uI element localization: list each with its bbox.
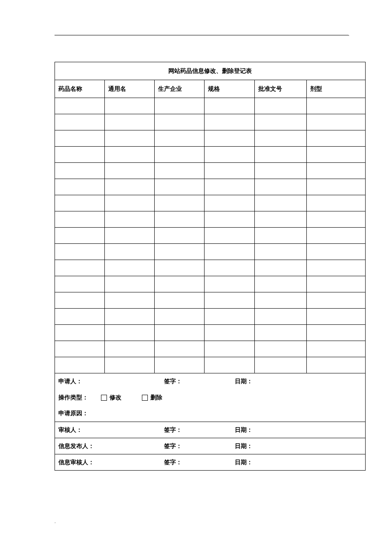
cell[interactable] — [255, 276, 307, 292]
cell[interactable] — [104, 211, 154, 228]
cell[interactable] — [255, 325, 307, 341]
cell[interactable] — [104, 228, 154, 244]
cell[interactable] — [55, 292, 105, 309]
checkbox-delete[interactable]: 删除 — [142, 394, 162, 402]
cell[interactable] — [55, 244, 105, 260]
cell[interactable] — [255, 195, 307, 211]
cell[interactable] — [55, 357, 105, 373]
cell[interactable] — [307, 292, 366, 309]
cell[interactable] — [154, 228, 205, 244]
cell[interactable] — [205, 211, 255, 228]
cell[interactable] — [154, 341, 205, 357]
cell[interactable] — [307, 195, 366, 211]
cell[interactable] — [307, 211, 366, 228]
cell[interactable] — [307, 276, 366, 292]
cell[interactable] — [104, 98, 154, 114]
cell[interactable] — [154, 130, 205, 147]
cell[interactable] — [154, 325, 205, 341]
cell[interactable] — [104, 130, 154, 147]
cell[interactable] — [307, 114, 366, 130]
cell[interactable] — [104, 179, 154, 195]
cell[interactable] — [255, 309, 307, 325]
cell[interactable] — [205, 341, 255, 357]
cell[interactable] — [205, 292, 255, 309]
cell[interactable] — [55, 147, 105, 163]
cell[interactable] — [55, 260, 105, 276]
cell[interactable] — [255, 211, 307, 228]
cell[interactable] — [55, 130, 105, 147]
cell[interactable] — [205, 309, 255, 325]
cell[interactable] — [307, 179, 366, 195]
cell[interactable] — [154, 98, 205, 114]
cell[interactable] — [255, 114, 307, 130]
cell[interactable] — [205, 147, 255, 163]
cell[interactable] — [104, 114, 154, 130]
cell[interactable] — [307, 163, 366, 179]
cell[interactable] — [154, 163, 205, 179]
cell[interactable] — [104, 309, 154, 325]
cell[interactable] — [154, 244, 205, 260]
cell[interactable] — [205, 357, 255, 373]
cell[interactable] — [205, 325, 255, 341]
cell[interactable] — [205, 98, 255, 114]
cell[interactable] — [307, 325, 366, 341]
cell[interactable] — [154, 179, 205, 195]
cell[interactable] — [255, 260, 307, 276]
cell[interactable] — [104, 195, 154, 211]
cell[interactable] — [55, 163, 105, 179]
cell[interactable] — [255, 179, 307, 195]
cell[interactable] — [154, 292, 205, 309]
checkbox-modify[interactable]: 修改 — [101, 394, 121, 402]
cell[interactable] — [55, 179, 105, 195]
cell[interactable] — [154, 260, 205, 276]
cell[interactable] — [154, 195, 205, 211]
cell[interactable] — [104, 357, 154, 373]
cell[interactable] — [307, 244, 366, 260]
cell[interactable] — [205, 260, 255, 276]
cell[interactable] — [154, 276, 205, 292]
cell[interactable] — [154, 211, 205, 228]
cell[interactable] — [255, 163, 307, 179]
cell[interactable] — [205, 244, 255, 260]
cell[interactable] — [205, 114, 255, 130]
cell[interactable] — [255, 244, 307, 260]
cell[interactable] — [205, 179, 255, 195]
cell[interactable] — [255, 292, 307, 309]
cell[interactable] — [255, 357, 307, 373]
cell[interactable] — [307, 98, 366, 114]
cell[interactable] — [55, 341, 105, 357]
cell[interactable] — [104, 147, 154, 163]
cell[interactable] — [307, 341, 366, 357]
cell[interactable] — [205, 228, 255, 244]
cell[interactable] — [154, 357, 205, 373]
cell[interactable] — [55, 309, 105, 325]
cell[interactable] — [104, 163, 154, 179]
cell[interactable] — [307, 309, 366, 325]
cell[interactable] — [104, 292, 154, 309]
cell[interactable] — [55, 325, 105, 341]
cell[interactable] — [154, 147, 205, 163]
cell[interactable] — [104, 276, 154, 292]
cell[interactable] — [154, 309, 205, 325]
cell[interactable] — [55, 114, 105, 130]
cell[interactable] — [307, 260, 366, 276]
cell[interactable] — [205, 276, 255, 292]
cell[interactable] — [255, 147, 307, 163]
cell[interactable] — [55, 195, 105, 211]
cell[interactable] — [154, 114, 205, 130]
cell[interactable] — [55, 98, 105, 114]
cell[interactable] — [307, 147, 366, 163]
cell[interactable] — [307, 357, 366, 373]
cell[interactable] — [307, 228, 366, 244]
cell[interactable] — [255, 341, 307, 357]
cell[interactable] — [255, 130, 307, 147]
cell[interactable] — [55, 228, 105, 244]
cell[interactable] — [255, 228, 307, 244]
cell[interactable] — [104, 325, 154, 341]
cell[interactable] — [205, 195, 255, 211]
cell[interactable] — [255, 98, 307, 114]
cell[interactable] — [55, 211, 105, 228]
cell[interactable] — [307, 130, 366, 147]
cell[interactable] — [104, 341, 154, 357]
cell[interactable] — [205, 130, 255, 147]
